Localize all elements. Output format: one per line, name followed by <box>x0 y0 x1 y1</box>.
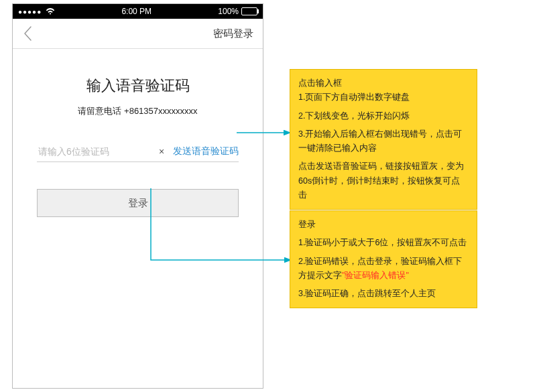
note1-line2: 2.下划线变色，光标开始闪烁 <box>298 109 469 123</box>
note1-heading: 点击输入框 <box>298 76 469 90</box>
content-area: 输入语音验证码 请留意电话 +861357xxxxxxxxx × 发送语音验证码… <box>13 49 263 217</box>
code-input-row: × 发送语音验证码 <box>37 145 239 162</box>
nav-bar: 密码登录 <box>13 19 263 49</box>
clear-input-icon[interactable]: × <box>157 146 166 157</box>
code-input[interactable] <box>37 145 157 157</box>
login-button[interactable]: 登录 <box>37 189 239 217</box>
battery-percent: 100% <box>218 7 239 16</box>
annotation-login-behavior: 登录 1.验证码小于或大于6位，按钮置灰不可点击 2.验证码错误，点击登录，验证… <box>290 210 477 308</box>
page-title: 输入语音验证码 <box>37 76 239 96</box>
note1-line1: 1.页面下方自动弹出数字键盘 <box>298 90 469 105</box>
note2-heading: 登录 <box>298 218 469 232</box>
note2-line3: 3.验证码正确，点击跳转至个人主页 <box>298 287 469 301</box>
phone-frame: ●●●●● 6:00 PM 100% 密码登录 输入语音验证码 请留意电话 +8… <box>12 3 263 389</box>
status-time: 6:00 PM <box>121 7 152 16</box>
signal-dots-icon: ●●●●● <box>18 8 42 15</box>
wifi-icon <box>46 8 55 15</box>
password-login-link[interactable]: 密码登录 <box>213 19 253 48</box>
back-icon[interactable] <box>13 19 42 48</box>
note1-line4: 点击发送语音验证码，链接按钮置灰，变为60s倒计时，倒计时结束时，按钮恢复可点击 <box>298 159 469 202</box>
send-voice-code-link[interactable]: 发送语音验证码 <box>173 145 239 157</box>
note2-line1: 1.验证码小于或大于6位，按钮置灰不可点击 <box>298 236 469 250</box>
status-bar: ●●●●● 6:00 PM 100% <box>13 4 263 19</box>
note1-line3: 3.开始输入后输入框右侧出现错号，点击可一键清除已输入内容 <box>298 127 469 156</box>
note2-line2: 2.验证码错误，点击登录，验证码输入框下方提示文字"验证码输入错误" <box>298 255 469 283</box>
battery-icon <box>241 7 257 15</box>
annotation-input-behavior: 点击输入框 1.页面下方自动弹出数字键盘 2.下划线变色，光标开始闪烁 3.开始… <box>290 69 477 210</box>
phone-hint: 请留意电话 +861357xxxxxxxxx <box>37 105 239 117</box>
